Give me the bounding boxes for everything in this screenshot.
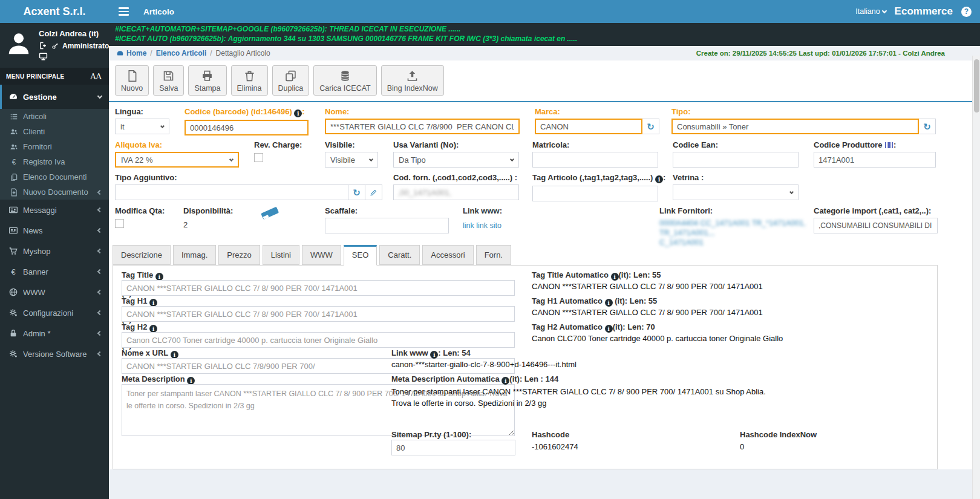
- sidebar-item-admin[interactable]: Admin *: [0, 323, 109, 344]
- detail-tabs: Descrizione Immag. Prezzo Listini WWW SE…: [113, 245, 972, 265]
- tag-h2-auto-label: Tag H2 Automatico (it): Len: 70: [532, 322, 655, 333]
- language-selector[interactable]: Italiano: [855, 7, 886, 16]
- sidebar-item-news[interactable]: News: [0, 220, 109, 241]
- hamburger-menu-icon[interactable]: [109, 0, 139, 23]
- nome-input[interactable]: [325, 119, 520, 134]
- matricola-input[interactable]: [532, 152, 658, 168]
- nuovo-button[interactable]: Nuovo: [115, 65, 149, 96]
- tag-h2-input[interactable]: [122, 332, 515, 348]
- logout-icon[interactable]: [39, 41, 48, 50]
- breadcrumb-home[interactable]: Home: [126, 49, 146, 57]
- marca-refresh-button[interactable]: [642, 119, 659, 134]
- sidebar-item-registro-iva[interactable]: € Registro Iva: [0, 154, 109, 169]
- monitor-icon[interactable]: [39, 53, 48, 60]
- app-name: Ecommerce: [895, 5, 953, 18]
- tab-prezzo[interactable]: Prezzo: [218, 245, 260, 265]
- users-icon: [10, 128, 18, 136]
- marca-input[interactable]: [535, 119, 642, 134]
- tab-listini[interactable]: Listini: [263, 245, 299, 265]
- tab-immag[interactable]: Immag.: [173, 245, 216, 265]
- tag-h1-input[interactable]: [122, 306, 515, 322]
- rev-charge-checkbox[interactable]: [254, 153, 263, 162]
- sidebar-item-gestione[interactable]: Gestione: [0, 85, 109, 109]
- breadcrumb: Home / Elenco Articoli / Dettaglio Artic…: [109, 46, 980, 60]
- sidebar-menu: Gestione Articoli: [0, 85, 109, 499]
- sidebar-item-fornitori[interactable]: Fornitori: [0, 139, 109, 154]
- carica-icecat-button[interactable]: Carica ICECAT: [313, 65, 377, 96]
- elimina-button[interactable]: Elimina: [231, 65, 268, 96]
- tachometer-icon: [8, 92, 18, 102]
- button-label: Salva: [159, 84, 178, 93]
- sidebar-item-messaggi[interactable]: Messaggi: [0, 200, 109, 220]
- codice-ean-input[interactable]: [673, 152, 799, 168]
- stampa-button[interactable]: Stampa: [188, 65, 226, 96]
- lingua-select[interactable]: it: [115, 119, 169, 134]
- tab-forn[interactable]: Forn.: [476, 245, 511, 265]
- sidebar-item-elenco-documenti[interactable]: Elenco Documenti: [0, 169, 109, 184]
- tab-seo[interactable]: SEO: [344, 245, 377, 266]
- audit-info: Create on: 29/11/2025 14:55:25 Last upd:…: [696, 50, 945, 57]
- tag-articolo-label: Tag Articolo (,tag1,tag2,tag3,.....) :: [532, 173, 658, 183]
- sidebar-item-clienti[interactable]: Clienti: [0, 124, 109, 139]
- chevron-left-icon: [97, 207, 102, 212]
- aliquota-iva-select[interactable]: IVA 22 %: [115, 152, 239, 168]
- modifica-qta-checkbox[interactable]: [115, 219, 124, 228]
- breadcrumb-elenco-articoli[interactable]: Elenco Articoli: [156, 49, 207, 57]
- sidebar-item-www[interactable]: WWW: [0, 282, 109, 302]
- tab-descrizione[interactable]: Descrizione: [113, 245, 171, 265]
- page-title: Articolo: [139, 0, 174, 23]
- categorie-import-input[interactable]: [814, 218, 938, 233]
- sidebar-item-banner[interactable]: € Banner: [0, 261, 109, 282]
- codice-produttore-input[interactable]: [814, 152, 936, 168]
- chevron-down-icon: [97, 93, 102, 98]
- brand-logo[interactable]: Acxent S.r.l.: [0, 0, 109, 23]
- home-dashboard-icon: [116, 50, 124, 57]
- status-message-bar: #ICECAT+AUTOMATOR+SITEMAP+GOOGLE (b96079…: [109, 23, 980, 46]
- sidebar-item-myshop[interactable]: Myshop: [0, 241, 109, 261]
- tipo-aggiuntivo-refresh-button[interactable]: [348, 184, 365, 200]
- sidebar-item-nuovo-documento[interactable]: Nuovo Documento: [0, 184, 109, 200]
- link-www-link[interactable]: link link sito: [463, 221, 501, 230]
- upload-icon: [406, 70, 419, 82]
- tipo-input[interactable]: [671, 119, 919, 134]
- link-fornitori-line1[interactable]: 0000A4404 CC_1471A001 TR_*1471A001, TR_1…: [659, 219, 806, 237]
- bing-indexnow-button[interactable]: Bing IndexNow: [381, 65, 444, 96]
- tab-www[interactable]: WWW: [302, 245, 341, 265]
- refresh-icon: [353, 188, 361, 197]
- tipo-aggiuntivo-input[interactable]: [115, 184, 348, 200]
- tag-title-input[interactable]: [122, 280, 515, 296]
- codice-barcode-input[interactable]: [185, 120, 309, 135]
- visibile-select[interactable]: Visibile: [325, 152, 378, 168]
- tab-caratt[interactable]: Caratt.: [379, 245, 420, 265]
- tab-accessori[interactable]: Accessori: [422, 245, 473, 265]
- info-circle-icon: [611, 273, 619, 281]
- font-resize-control[interactable]: AA: [90, 72, 102, 81]
- scrollbar-thumb[interactable]: [974, 59, 979, 113]
- scaffale-input[interactable]: [325, 218, 449, 233]
- gear-icon: [8, 349, 18, 359]
- vetrina-select[interactable]: [673, 184, 799, 200]
- meta-description-auto-value: Toner per stampanti laser CANON ***START…: [391, 386, 785, 409]
- tipo-refresh-button[interactable]: [919, 119, 936, 134]
- key-icon[interactable]: [51, 42, 59, 50]
- salva-button[interactable]: Salva: [153, 65, 184, 96]
- duplica-button[interactable]: Duplica: [272, 65, 310, 96]
- sitemap-prty-input[interactable]: [391, 440, 515, 455]
- codice-label: Codice (barcode) (id:146496) :: [185, 107, 309, 117]
- sidebar-item-label: Articoli: [23, 112, 47, 121]
- eraser-button[interactable]: [259, 205, 281, 221]
- usa-varianti-select[interactable]: Da Tipo: [393, 152, 519, 168]
- link-www-auto-value: canon-***starter-giallo-clc-7-8-900+d-14…: [391, 360, 577, 369]
- documents-icon: [10, 173, 18, 181]
- question-circle-icon[interactable]: [961, 7, 972, 17]
- chevron-left-icon: [97, 249, 102, 253]
- menu-header-label: MENU PRINCIPALE: [6, 73, 65, 80]
- sidebar-item-label: WWW: [23, 288, 45, 297]
- tipo-aggiuntivo-edit-button[interactable]: [365, 184, 382, 200]
- sidebar-item-versione-software[interactable]: Versione Software: [0, 344, 109, 364]
- toolbar: Nuovo Salva Stampa Elimina Duplica: [109, 65, 972, 101]
- cod-forn-input[interactable]: ,00_1471A001,: [393, 184, 519, 200]
- sidebar-item-configurazioni[interactable]: Configurazioni: [0, 302, 109, 323]
- tag-articolo-input[interactable]: [532, 186, 658, 201]
- sidebar-item-articoli[interactable]: Articoli: [0, 109, 109, 124]
